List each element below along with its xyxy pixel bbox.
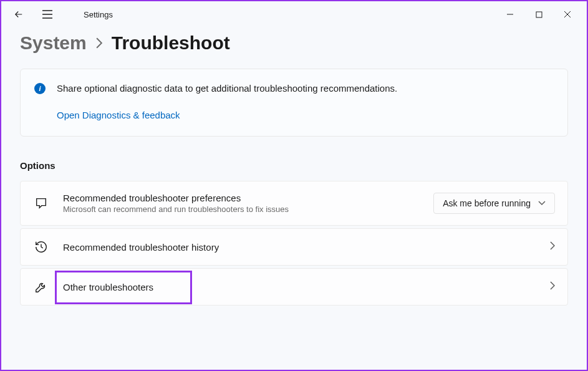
info-row: i Share optional diagnostic data to get … bbox=[34, 82, 554, 95]
maximize-button[interactable] bbox=[524, 4, 553, 24]
titlebar-left: Settings bbox=[6, 2, 113, 27]
option-body: Recommended troubleshooter preferences M… bbox=[63, 193, 420, 214]
info-text: Share optional diagnostic data to get ad… bbox=[57, 82, 397, 95]
dropdown-value: Ask me before running bbox=[443, 198, 531, 208]
option-action: Ask me before running bbox=[433, 193, 555, 214]
history-icon bbox=[33, 240, 49, 254]
arrow-left-icon bbox=[13, 9, 24, 20]
back-button[interactable] bbox=[6, 2, 31, 27]
content: System Troubleshoot i Share optional dia… bbox=[1, 32, 587, 306]
option-body: Other troubleshooters bbox=[63, 282, 536, 292]
breadcrumb-parent[interactable]: System bbox=[20, 32, 87, 54]
wrench-icon bbox=[33, 280, 49, 294]
chevron-right-icon bbox=[550, 281, 555, 290]
chevron-right-icon bbox=[95, 37, 103, 49]
chevron-down-icon bbox=[538, 201, 546, 206]
hamburger-icon bbox=[42, 10, 53, 19]
app-title: Settings bbox=[84, 10, 113, 19]
option-title: Recommended troubleshooter history bbox=[63, 242, 536, 253]
svg-rect-0 bbox=[536, 12, 542, 17]
menu-button[interactable] bbox=[35, 2, 60, 27]
chevron-right-icon bbox=[550, 241, 555, 250]
diagnostics-link[interactable]: Open Diagnostics & feedback bbox=[57, 110, 180, 120]
option-history[interactable]: Recommended troubleshooter history bbox=[20, 228, 568, 266]
breadcrumb-current: Troubleshoot bbox=[112, 32, 230, 54]
option-other-troubleshooters[interactable]: Other troubleshooters bbox=[20, 268, 568, 306]
minimize-button[interactable] bbox=[496, 4, 524, 24]
section-title: Options bbox=[20, 160, 568, 171]
close-button[interactable] bbox=[553, 4, 582, 24]
info-card: i Share optional diagnostic data to get … bbox=[20, 69, 568, 137]
option-title: Recommended troubleshooter preferences bbox=[63, 193, 420, 203]
option-action bbox=[550, 281, 555, 292]
minimize-icon bbox=[506, 11, 514, 18]
chat-icon bbox=[33, 196, 49, 210]
maximize-icon bbox=[536, 11, 542, 18]
close-icon bbox=[564, 11, 571, 18]
titlebar: Settings bbox=[1, 1, 587, 27]
option-preferences[interactable]: Recommended troubleshooter preferences M… bbox=[20, 181, 568, 226]
info-icon: i bbox=[34, 83, 46, 94]
option-body: Recommended troubleshooter history bbox=[63, 242, 536, 253]
preferences-dropdown[interactable]: Ask me before running bbox=[433, 193, 555, 214]
option-subtitle: Microsoft can recommend and run troubles… bbox=[63, 205, 420, 214]
breadcrumb: System Troubleshoot bbox=[20, 32, 568, 54]
option-title: Other troubleshooters bbox=[63, 282, 536, 292]
window-controls bbox=[496, 4, 582, 24]
option-action bbox=[550, 241, 555, 253]
